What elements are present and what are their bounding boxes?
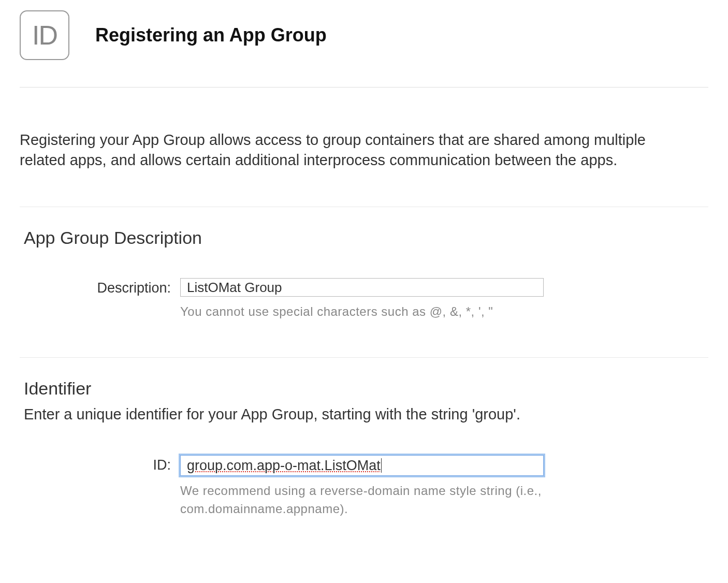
section-divider-2 bbox=[20, 357, 708, 358]
description-input[interactable] bbox=[180, 278, 544, 297]
description-heading: App Group Description bbox=[20, 228, 708, 248]
identifier-row: ID: group.com.app-o-mat.ListOMat We reco… bbox=[20, 455, 708, 518]
text-cursor bbox=[381, 458, 382, 473]
description-hint: You cannot use special characters such a… bbox=[180, 303, 544, 321]
identifier-heading: Identifier bbox=[20, 378, 708, 399]
description-label: Description: bbox=[20, 278, 180, 296]
section-divider-1 bbox=[20, 207, 708, 207]
identifier-input-text: group.com.app-o-mat.ListOMat bbox=[187, 458, 381, 474]
identifier-field-wrap: group.com.app-o-mat.ListOMat We recommen… bbox=[180, 455, 544, 518]
id-icon: ID bbox=[20, 10, 69, 60]
page-title: Registering an App Group bbox=[95, 24, 327, 46]
identifier-label: ID: bbox=[20, 455, 180, 473]
identifier-subtext: Enter a unique identifier for your App G… bbox=[20, 406, 708, 423]
description-row: Description: You cannot use special char… bbox=[20, 278, 708, 321]
header-divider bbox=[20, 87, 708, 88]
intro-text: Registering your App Group allows access… bbox=[20, 130, 708, 170]
identifier-hint: We recommend using a reverse-domain name… bbox=[180, 482, 544, 518]
identifier-input[interactable]: group.com.app-o-mat.ListOMat bbox=[180, 455, 544, 476]
page-header: ID Registering an App Group bbox=[20, 10, 708, 60]
description-field-wrap: You cannot use special characters such a… bbox=[180, 278, 544, 321]
